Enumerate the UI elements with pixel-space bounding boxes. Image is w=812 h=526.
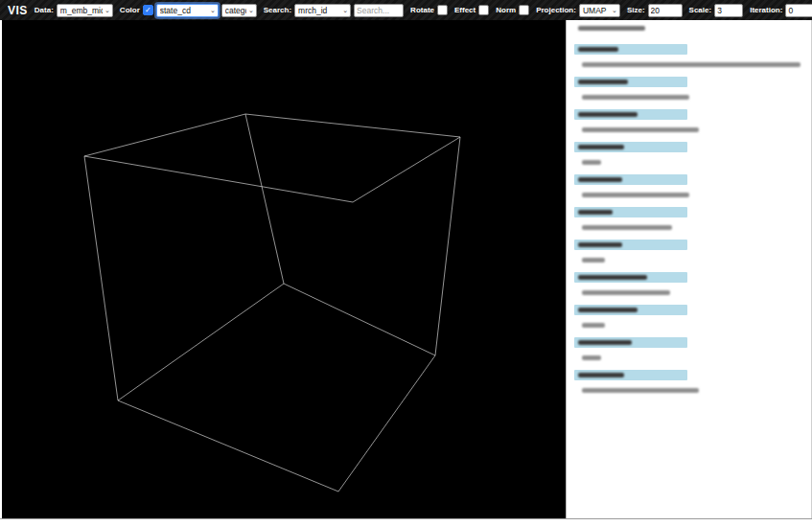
field-value-redacted (582, 62, 800, 67)
field-value-redacted (582, 323, 605, 328)
effect-label: Effect (454, 6, 476, 14)
search-label: Search: (264, 6, 291, 14)
norm-label: Norm (496, 6, 516, 14)
sidebar-title-redacted (578, 26, 645, 31)
chevron-down-icon: ⌄ (342, 7, 348, 14)
sidebar-entry (574, 207, 811, 230)
field-value-redacted (582, 258, 605, 263)
field-label-highlight (574, 44, 687, 55)
field-value-redacted (582, 95, 689, 100)
field-value-redacted (582, 160, 601, 165)
field-value-redacted (582, 127, 699, 132)
size-input[interactable] (648, 4, 683, 17)
sidebar-entry (574, 305, 811, 328)
sidebar-entry (574, 337, 811, 360)
scale-label: Scale: (689, 6, 712, 14)
field-label-redacted (578, 177, 622, 182)
search-input[interactable] (354, 4, 404, 17)
effect-group: Effect (454, 5, 489, 15)
color-type-select[interactable]: categc ⌄ (221, 4, 257, 17)
iteration-input[interactable] (785, 4, 812, 17)
detail-sidebar (566, 20, 812, 518)
field-label-redacted (578, 308, 638, 312)
field-label-highlight (574, 337, 687, 348)
app-window: VIS Data: m_emb_mich ⌄ Color ✓ state_cd … (0, 0, 812, 526)
field-label-highlight (574, 305, 687, 315)
projection-label: Projection: (536, 6, 576, 14)
sidebar-entry (574, 174, 811, 197)
field-value-redacted (582, 193, 689, 197)
field-label-redacted (578, 373, 624, 377)
chevron-down-icon: ⌄ (104, 7, 110, 14)
toolbar: VIS Data: m_emb_mich ⌄ Color ✓ state_cd … (0, 0, 812, 20)
field-label-highlight (574, 77, 687, 87)
field-label-highlight (574, 142, 687, 152)
field-label-highlight (574, 370, 687, 380)
sidebar-entry (574, 272, 811, 295)
field-label-redacted (578, 145, 624, 149)
sidebar-entry (574, 240, 811, 263)
color-label: Color (120, 6, 140, 14)
rotate-checkbox[interactable] (437, 5, 448, 15)
sidebar-entry (574, 109, 811, 132)
iteration-group: Iteration: (750, 4, 812, 17)
field-label-redacted (578, 112, 638, 117)
sidebar-entry (574, 142, 811, 165)
sidebar-entry (574, 77, 811, 100)
search-group: Search: mrch_id ⌄ (264, 4, 404, 17)
rotate-group: Rotate (410, 5, 448, 15)
sidebar-entry (574, 370, 811, 393)
field-value-redacted (582, 355, 601, 360)
field-label-redacted (578, 275, 647, 280)
main-content (0, 20, 812, 518)
app-logo: VIS (8, 4, 28, 17)
data-label: Data: (35, 6, 54, 14)
iteration-label: Iteration: (750, 6, 782, 14)
viewport-panel (0, 20, 566, 518)
field-label-highlight (574, 240, 687, 250)
field-value-redacted (582, 290, 670, 295)
norm-checkbox[interactable] (519, 5, 529, 15)
chevron-down-icon: ⌄ (210, 7, 216, 14)
projection-group: Projection: UMAP ⌄ (536, 4, 620, 17)
size-group: Size: (627, 4, 683, 17)
size-label: Size: (627, 6, 645, 14)
rotate-label: Rotate (410, 6, 434, 14)
field-label-redacted (578, 242, 622, 247)
field-label-highlight (574, 272, 687, 283)
scene-canvas[interactable] (2, 20, 566, 518)
data-group: Data: m_emb_mich ⌄ (35, 4, 113, 17)
projection-select[interactable]: UMAP ⌄ (579, 4, 620, 17)
norm-group: Norm (496, 5, 529, 15)
data-select[interactable]: m_emb_mich ⌄ (57, 4, 113, 17)
field-value-redacted (582, 388, 699, 393)
chevron-down-icon: ⌄ (248, 7, 254, 14)
chevron-down-icon: ⌄ (612, 7, 617, 14)
scale-group: Scale: (689, 4, 744, 17)
color-checkbox[interactable]: ✓ (143, 5, 153, 15)
field-label-highlight (574, 109, 687, 120)
field-label-redacted (578, 80, 628, 84)
field-label-highlight (574, 207, 687, 217)
color-group: Color ✓ state_cd ⌄ categc ⌄ (120, 4, 257, 17)
field-label-redacted (578, 47, 618, 52)
field-value-redacted (582, 225, 672, 230)
scale-input[interactable] (714, 4, 743, 17)
effect-checkbox[interactable] (478, 5, 489, 15)
sidebar-entry (574, 44, 811, 67)
field-label-highlight (574, 174, 687, 185)
field-label-redacted (578, 340, 632, 345)
field-label-redacted (578, 210, 613, 215)
bottom-strip (0, 518, 812, 526)
color-field-select[interactable]: state_cd ⌄ (156, 4, 219, 17)
search-field-select[interactable]: mrch_id ⌄ (294, 4, 351, 17)
